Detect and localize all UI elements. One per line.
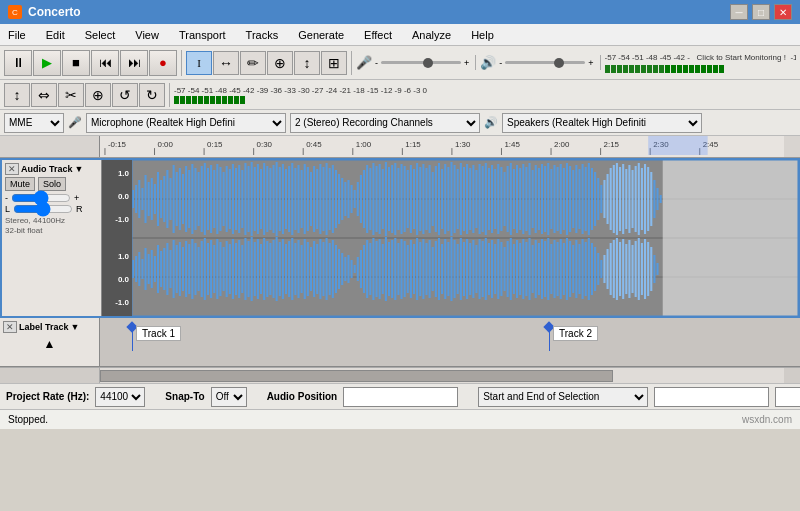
menu-file[interactable]: File bbox=[4, 27, 30, 43]
hscroll-bar[interactable] bbox=[100, 368, 784, 383]
menu-generate[interactable]: Generate bbox=[294, 27, 348, 43]
audio-host-select[interactable]: MME bbox=[4, 113, 64, 133]
svg-rect-81 bbox=[285, 169, 287, 229]
label-track-close[interactable]: ✕ bbox=[3, 321, 17, 333]
svg-rect-170 bbox=[563, 168, 565, 230]
svg-rect-186 bbox=[613, 165, 615, 233]
label-track-up-arrow[interactable]: ▲ bbox=[44, 337, 56, 351]
svg-rect-368 bbox=[650, 247, 652, 291]
svg-rect-180 bbox=[594, 172, 596, 226]
svg-rect-191 bbox=[628, 165, 630, 233]
menu-effect[interactable]: Effect bbox=[360, 27, 396, 43]
label-2-text[interactable]: Track 2 bbox=[553, 326, 598, 341]
menu-bar: File Edit Select View Transport Tracks G… bbox=[0, 24, 800, 46]
svg-rect-86 bbox=[301, 170, 303, 228]
svg-rect-351 bbox=[597, 253, 599, 285]
svg-rect-227 bbox=[210, 240, 212, 298]
svg-rect-236 bbox=[238, 240, 240, 298]
selection-end-input[interactable]: 00 h 02 m 36.776 s bbox=[775, 387, 800, 407]
svg-rect-260 bbox=[313, 241, 315, 297]
skip-end-button[interactable]: ⏭ bbox=[120, 50, 148, 76]
svg-rect-136 bbox=[457, 169, 459, 229]
svg-rect-338 bbox=[557, 242, 559, 296]
audio-track-menu[interactable]: ▼ bbox=[75, 164, 84, 174]
minimize-button[interactable]: ─ bbox=[730, 4, 748, 20]
svg-text:2:00: 2:00 bbox=[554, 141, 569, 149]
selection-type-select[interactable]: Start and End of Selection bbox=[478, 387, 648, 407]
output-level-slider[interactable] bbox=[505, 61, 585, 64]
svg-rect-215 bbox=[173, 240, 175, 298]
selection-start-input[interactable]: 00 h 02 m 23.653 s bbox=[654, 387, 769, 407]
svg-rect-88 bbox=[307, 167, 309, 231]
svg-rect-46 bbox=[176, 172, 178, 226]
svg-rect-225 bbox=[204, 238, 206, 300]
menu-help[interactable]: Help bbox=[467, 27, 498, 43]
hscroll-thumb[interactable] bbox=[100, 370, 613, 382]
label-track-menu[interactable]: ▼ bbox=[71, 322, 80, 332]
menu-analyze[interactable]: Analyze bbox=[408, 27, 455, 43]
svg-rect-209 bbox=[154, 256, 156, 282]
silence-tool[interactable]: ⊕ bbox=[85, 83, 111, 107]
svg-rect-343 bbox=[572, 245, 574, 293]
solo-button[interactable]: Solo bbox=[38, 177, 66, 191]
svg-text:1:30: 1:30 bbox=[455, 141, 470, 149]
play-button[interactable]: ▶ bbox=[33, 50, 61, 76]
undo-tool[interactable]: ↺ bbox=[112, 83, 138, 107]
redo-tool[interactable]: ↻ bbox=[139, 83, 165, 107]
pause-button[interactable]: ⏸ bbox=[4, 50, 32, 76]
input-level-slider[interactable] bbox=[381, 61, 461, 64]
snap-to-select[interactable]: Off bbox=[211, 387, 247, 407]
envelope-tool[interactable]: ↔ bbox=[213, 51, 239, 75]
playback-select[interactable]: Speakers (Realtek High Definiti bbox=[502, 113, 702, 133]
draw-tool[interactable]: ✏ bbox=[240, 51, 266, 75]
skip-start-button[interactable]: ⏮ bbox=[91, 50, 119, 76]
stop-button[interactable]: ■ bbox=[62, 50, 90, 76]
menu-select[interactable]: Select bbox=[81, 27, 120, 43]
svg-rect-97 bbox=[335, 170, 337, 228]
svg-rect-224 bbox=[201, 241, 203, 297]
zoom-out-tool[interactable]: ⇔ bbox=[31, 83, 57, 107]
timeshift-tool[interactable]: ↕ bbox=[294, 51, 320, 75]
mute-button[interactable]: Mute bbox=[5, 177, 35, 191]
record-button[interactable]: ● bbox=[149, 50, 177, 76]
svg-rect-279 bbox=[372, 238, 374, 300]
svg-rect-333 bbox=[541, 239, 543, 299]
svg-rect-272 bbox=[351, 260, 353, 278]
label-1-text[interactable]: Track 1 bbox=[136, 326, 181, 341]
svg-rect-166 bbox=[550, 169, 552, 229]
svg-rect-159 bbox=[528, 163, 530, 235]
svg-rect-160 bbox=[532, 170, 534, 228]
menu-transport[interactable]: Transport bbox=[175, 27, 230, 43]
menu-view[interactable]: View bbox=[131, 27, 163, 43]
svg-rect-270 bbox=[344, 257, 346, 281]
maximize-button[interactable]: □ bbox=[752, 4, 770, 20]
svg-rect-301 bbox=[441, 244, 443, 294]
pan-slider[interactable] bbox=[13, 205, 73, 213]
close-button[interactable]: ✕ bbox=[774, 4, 792, 20]
svg-rect-130 bbox=[438, 163, 440, 235]
audio-track-close[interactable]: ✕ bbox=[5, 163, 19, 175]
menu-edit[interactable]: Edit bbox=[42, 27, 69, 43]
status-bar: Stopped. wsxdn.com bbox=[0, 409, 800, 429]
zoom-tool[interactable]: ⊕ bbox=[267, 51, 293, 75]
svg-rect-295 bbox=[422, 239, 424, 299]
svg-rect-93 bbox=[322, 167, 324, 231]
trim-tool[interactable]: ✂ bbox=[58, 83, 84, 107]
channels-select[interactable]: 2 (Stereo) Recording Channels bbox=[290, 113, 480, 133]
project-rate-select[interactable]: 44100 bbox=[95, 387, 145, 407]
svg-rect-232 bbox=[226, 241, 228, 297]
svg-rect-195 bbox=[641, 168, 643, 230]
multi-tool[interactable]: ⊞ bbox=[321, 51, 347, 75]
microphone-select[interactable]: Microphone (Realtek High Defini bbox=[86, 113, 286, 133]
audio-position-input[interactable]: 00 h 02 m 23.653 s bbox=[343, 387, 458, 407]
tracks-area: ✕ Audio Track ▼ Mute Solo - + L R Stereo… bbox=[0, 158, 800, 367]
menu-tracks[interactable]: Tracks bbox=[242, 27, 283, 43]
audio-track-content[interactable]: 1.0 0.0 -1.0 1.0 0.0 -1.0 bbox=[102, 160, 798, 316]
svg-rect-306 bbox=[457, 244, 459, 294]
svg-rect-309 bbox=[466, 239, 468, 299]
svg-rect-177 bbox=[585, 167, 587, 231]
selection-tool[interactable]: I bbox=[186, 51, 212, 75]
label-track-content[interactable]: Track 1 Track 2 bbox=[100, 318, 800, 366]
zoom-in-tool[interactable]: ↕ bbox=[4, 83, 30, 107]
svg-rect-122 bbox=[413, 169, 415, 229]
